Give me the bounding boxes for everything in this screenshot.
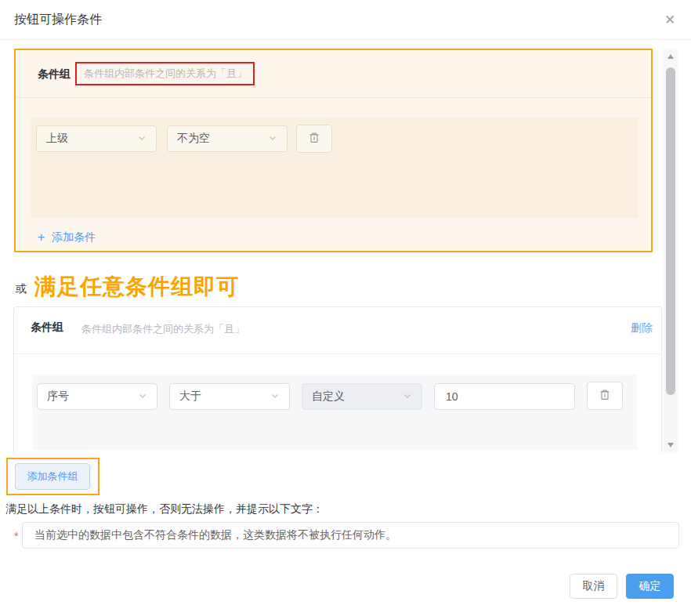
dialog-title: 按钮可操作条件 bbox=[14, 12, 102, 28]
group-1-conditions-panel: 上级 不为空 bbox=[31, 118, 639, 218]
plus-icon: + bbox=[38, 231, 45, 244]
chevron-down-icon bbox=[270, 390, 280, 403]
chevron-down-icon bbox=[268, 132, 277, 145]
button-condition-dialog: 按钮可操作条件 ✕ 条件组 条件组内部条件之间的关系为「且」 上级 不为空 bbox=[0, 0, 691, 616]
required-asterisk: * bbox=[14, 530, 18, 542]
scroll-down-arrow-icon[interactable] bbox=[664, 439, 678, 451]
group-2-label: 条件组 bbox=[31, 321, 63, 335]
scroll-up-arrow-icon[interactable] bbox=[664, 50, 678, 63]
cancel-button[interactable]: 取消 bbox=[570, 574, 617, 599]
message-text-input[interactable] bbox=[22, 522, 679, 549]
or-label: 或 bbox=[16, 282, 27, 296]
add-condition-label: 添加条件 bbox=[52, 230, 96, 245]
prompt-label: 满足以上条件时，按钮可操作，否则无法操作，并提示以下文字： bbox=[5, 502, 324, 516]
value-type-select-value: 自定义 bbox=[312, 390, 345, 404]
field-select-value: 序号 bbox=[47, 390, 69, 404]
red-annotation-box: 条件组内部条件之间的关系为「且」 bbox=[75, 62, 255, 85]
trash-icon bbox=[599, 389, 610, 404]
chevron-down-icon bbox=[137, 132, 147, 145]
group-2-conditions-panel: 序号 大于 自定义 bbox=[32, 375, 637, 450]
add-condition-group-button[interactable]: 添加条件组 bbox=[15, 463, 90, 490]
condition-group-1: 条件组 条件组内部条件之间的关系为「且」 上级 不为空 bbox=[14, 49, 653, 252]
delete-condition-button[interactable] bbox=[587, 382, 623, 410]
group-1-label: 条件组 bbox=[38, 67, 71, 82]
close-icon[interactable]: ✕ bbox=[660, 9, 680, 30]
delete-condition-button[interactable] bbox=[296, 125, 332, 153]
field-select-value: 上级 bbox=[46, 132, 68, 146]
group-1-hint: 条件组内部条件之间的关系为「且」 bbox=[84, 67, 247, 81]
trash-icon bbox=[309, 132, 320, 147]
chevron-down-icon bbox=[138, 390, 147, 403]
header-divider bbox=[0, 39, 691, 40]
group-2-divider bbox=[14, 353, 661, 354]
chevron-down-icon bbox=[403, 390, 412, 403]
group-2-hint: 条件组内部条件之间的关系为「且」 bbox=[81, 322, 244, 336]
value-type-select[interactable]: 自定义 bbox=[302, 383, 422, 410]
operator-select[interactable]: 大于 bbox=[169, 383, 290, 410]
operator-select[interactable]: 不为空 bbox=[167, 125, 288, 152]
operator-select-value: 大于 bbox=[179, 390, 201, 404]
operator-select-value: 不为空 bbox=[177, 132, 210, 146]
vertical-scrollbar[interactable] bbox=[664, 49, 678, 453]
condition-group-2: 条件组 条件组内部条件之间的关系为「且」 删除 序号 大于 自定义 bbox=[13, 306, 662, 453]
delete-group-link[interactable]: 删除 bbox=[631, 321, 653, 335]
or-annotation-text: 满足任意条件组即可 bbox=[34, 272, 239, 302]
group-1-divider bbox=[16, 97, 651, 98]
scrollbar-thumb[interactable] bbox=[666, 67, 675, 395]
confirm-button[interactable]: 确定 bbox=[626, 574, 674, 599]
add-condition-link[interactable]: + 添加条件 bbox=[38, 230, 96, 245]
field-select[interactable]: 上级 bbox=[36, 125, 157, 152]
condition-value-input[interactable] bbox=[434, 383, 575, 410]
field-select[interactable]: 序号 bbox=[37, 383, 157, 410]
